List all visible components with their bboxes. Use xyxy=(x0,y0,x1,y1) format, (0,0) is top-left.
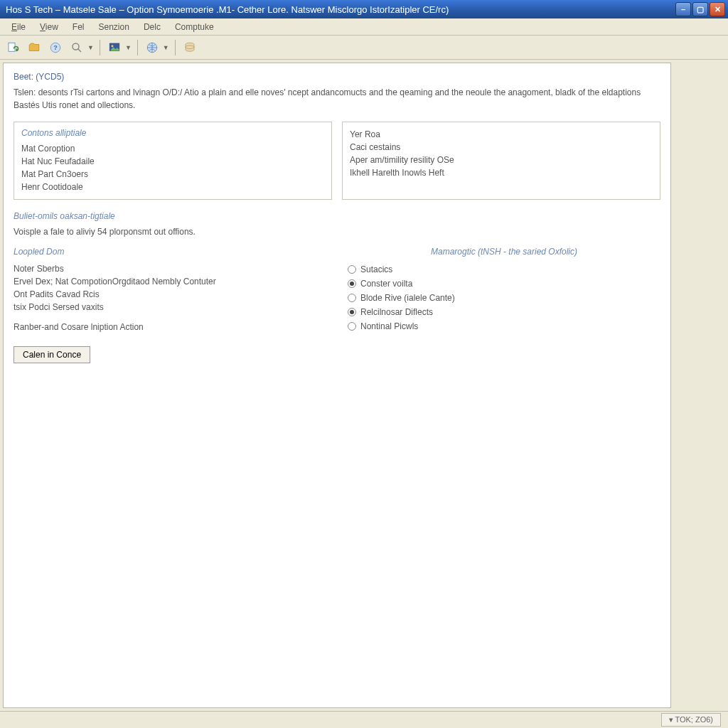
menu-eile[interactable]: Eile xyxy=(4,20,33,34)
toolbar-image-icon[interactable] xyxy=(106,39,123,56)
maximize-button[interactable]: ▢ xyxy=(692,2,708,16)
status-cell[interactable]: ▾ TOK; ZO6) xyxy=(661,713,721,727)
statusbar: ▾ TOK; ZO6) xyxy=(0,711,728,728)
menu-view[interactable]: View xyxy=(33,20,65,34)
right-box-item[interactable]: Ikhell Harelth Inowls Heft xyxy=(350,166,653,179)
radio-option[interactable]: Blode Rive (ialele Cante) xyxy=(348,291,660,305)
svg-line-4 xyxy=(78,48,82,52)
toolbar-dropdown-1-icon[interactable]: ▼ xyxy=(87,44,94,51)
toolbar-db-icon[interactable] xyxy=(181,39,198,56)
section-header: Beet: (YCD5) xyxy=(14,72,660,82)
radio-icon xyxy=(348,279,356,288)
toolbar-globe-icon[interactable] xyxy=(144,39,161,56)
left-box-item[interactable]: Mat Part Cn3oers xyxy=(21,168,324,181)
left-col-title: Loopled Dom xyxy=(14,247,326,257)
svg-text:?: ? xyxy=(53,44,58,51)
toolbar-dropdown-2-icon[interactable]: ▼ xyxy=(125,44,132,51)
right-column: Mamarogtic (tNSH - the saried Oxfolic) S… xyxy=(348,247,660,333)
window-controls: – ▢ ✕ xyxy=(675,2,725,16)
toolbar-help-icon[interactable]: ? xyxy=(47,39,64,56)
radio-option[interactable]: Conster voilta xyxy=(348,277,660,291)
list-item[interactable]: Noter Sberbs xyxy=(14,262,326,275)
toolbar-separator-3 xyxy=(175,40,176,55)
toolbar-separator xyxy=(100,40,100,55)
radio-icon xyxy=(348,322,356,331)
toolbar: ? ▼ ▼ ▼ xyxy=(0,36,728,60)
toolbar-folder-icon[interactable] xyxy=(26,39,43,56)
two-column-boxes: Contons alliptiale Mat Coroption Hat Nuc… xyxy=(14,122,660,200)
list-item[interactable]: Ont Padits Cavad Rcis xyxy=(14,288,326,301)
menu-delc[interactable]: Delc xyxy=(136,20,168,34)
left-box-item[interactable]: Hat Nuc Feufadaile xyxy=(21,155,324,168)
svg-point-6 xyxy=(111,45,113,47)
workspace: Beet: (YCD5) Tslen: desonts rTsi cartons… xyxy=(0,60,728,711)
minimize-button[interactable]: – xyxy=(675,2,691,16)
main-panel: Beet: (YCD5) Tslen: desonts rTsi cartons… xyxy=(3,63,671,708)
radio-option[interactable]: Sutacics xyxy=(348,262,660,277)
menubar: Eile View Fel Senzion Delc Comptuke xyxy=(0,18,728,36)
list-item[interactable]: Ervel Dex; Nat CompotionOrgditaod Nembly… xyxy=(14,275,326,288)
right-box-item[interactable]: Caci cestains xyxy=(350,141,653,154)
left-column: Loopled Dom Noter Sberbs Ervel Dex; Nat … xyxy=(14,247,326,333)
left-box-item[interactable]: Mat Coroption xyxy=(21,142,324,155)
toolbar-separator-2 xyxy=(137,40,138,55)
close-button[interactable]: ✕ xyxy=(710,2,725,16)
radio-icon xyxy=(348,265,356,274)
menu-senzion[interactable]: Senzion xyxy=(92,20,136,34)
right-box: Yer Roa Caci cestains Aper am/timility r… xyxy=(342,122,660,200)
toolbar-search-icon[interactable] xyxy=(68,39,85,56)
action-row: Calen in Conce xyxy=(14,346,660,363)
radio-icon xyxy=(348,294,356,302)
lower-columns: Loopled Dom Noter Sberbs Ervel Dex; Nat … xyxy=(14,247,660,333)
subsection-title: Buliet-omils oaksan-tigtiale xyxy=(14,211,660,221)
list-item[interactable]: tsix Podci Sersed vaxits xyxy=(14,301,326,314)
toolbar-dropdown-3-icon[interactable]: ▼ xyxy=(163,44,169,51)
left-box-title: Contons alliptiale xyxy=(21,128,324,138)
right-box-item[interactable]: Aper am/timility resility OSe xyxy=(350,154,653,166)
toolbar-doc-refresh-icon[interactable] xyxy=(4,39,21,56)
side-panel xyxy=(674,60,724,711)
right-box-item[interactable]: Yer Roa xyxy=(350,128,653,141)
subsection-desc: Voisple a fale to aliviy 54 plorponsmt o… xyxy=(14,227,660,237)
radio-option[interactable]: Nontinal Picwls xyxy=(348,319,660,333)
list-item[interactable]: Ranber-and Cosare lniption Action xyxy=(14,321,326,333)
description-text: Tslen: desonts rTsi cartons and lvinagn … xyxy=(14,86,660,112)
radio-option[interactable]: Relcilnosar Diflects xyxy=(348,305,660,319)
right-col-title: Mamarogtic (tNSH - the saried Oxfolic) xyxy=(348,247,660,257)
left-box-item[interactable]: Henr Cootidoale xyxy=(21,181,324,193)
window-titlebar: Hos S Tech – Matsele Sale – Option Symoe… xyxy=(0,0,728,18)
menu-fel[interactable]: Fel xyxy=(65,20,92,34)
menu-comptuke[interactable]: Comptuke xyxy=(168,20,221,34)
window-title: Hos S Tech – Matsele Sale – Option Symoe… xyxy=(3,4,675,15)
calen-button[interactable]: Calen in Conce xyxy=(14,346,90,363)
radio-icon xyxy=(348,308,356,316)
left-box: Contons alliptiale Mat Coroption Hat Nuc… xyxy=(14,122,332,200)
